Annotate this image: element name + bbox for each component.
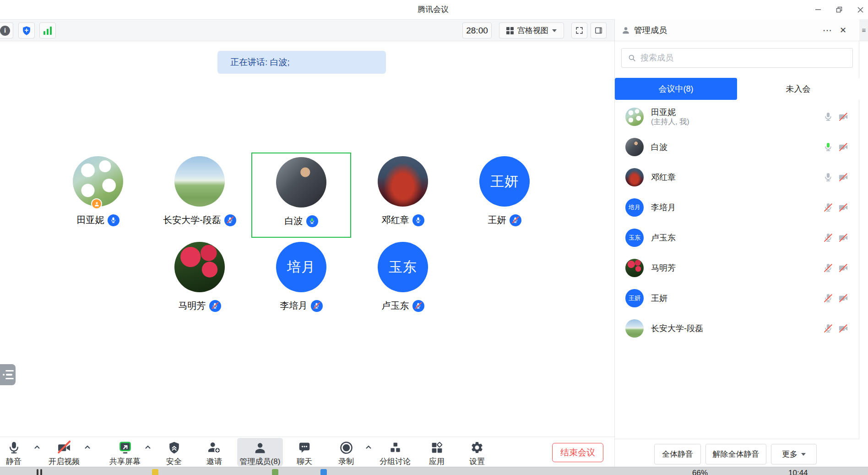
panel-title: 管理成员 bbox=[634, 25, 667, 36]
tab-not-joined[interactable]: 未入会 bbox=[737, 78, 859, 100]
camera-status-icon[interactable] bbox=[838, 202, 848, 213]
apps-icon bbox=[430, 439, 444, 456]
bottom-toolbar: 静音 开启视频 共享屏幕 安全 bbox=[0, 437, 614, 467]
restore-button[interactable] bbox=[831, 3, 847, 16]
mic-status-icon[interactable] bbox=[823, 202, 833, 213]
title-bar: 腾讯会议 bbox=[0, 0, 868, 19]
chevron-down-icon bbox=[552, 29, 557, 32]
close-panel-icon[interactable]: ✕ bbox=[840, 25, 846, 35]
close-window-button[interactable] bbox=[852, 3, 868, 16]
fullscreen-button[interactable] bbox=[571, 22, 587, 38]
member-row[interactable]: 玉东 卢玉东 bbox=[615, 223, 859, 253]
member-avatar bbox=[625, 108, 644, 126]
participant-name: 邓红章 bbox=[382, 214, 409, 226]
invite-button[interactable]: 邀请 bbox=[206, 439, 222, 467]
member-avatar bbox=[625, 168, 644, 186]
avatar bbox=[276, 157, 326, 207]
battery-percent: 66% bbox=[692, 469, 708, 475]
video-tile[interactable]: 长安大学-段磊 bbox=[150, 153, 250, 238]
member-role: (主持人, 我) bbox=[651, 117, 689, 126]
minimize-button[interactable] bbox=[810, 3, 826, 16]
speaking-banner: 正在讲话: 白波; bbox=[217, 51, 386, 74]
mic-badge-icon bbox=[209, 300, 221, 312]
member-name: 白波 bbox=[651, 142, 667, 152]
os-taskbar-sliver: 66% 10:44 bbox=[0, 467, 868, 475]
list-icon bbox=[3, 378, 16, 380]
unmute-all-button[interactable]: 解除全体静音 bbox=[705, 444, 766, 464]
manage-members-button[interactable]: 管理成员(8) bbox=[240, 439, 281, 467]
hamburger-icon: ≡ bbox=[862, 26, 866, 34]
view-mode-dropdown[interactable]: 宫格视图 bbox=[499, 22, 564, 38]
more-actions-button[interactable]: 更多 bbox=[771, 444, 817, 464]
participant-name: 白波 bbox=[285, 215, 303, 227]
participant-name: 马明芳 bbox=[179, 300, 206, 312]
camera-status-icon[interactable] bbox=[838, 263, 848, 273]
mic-status-icon[interactable] bbox=[823, 293, 833, 303]
network-signal-button[interactable] bbox=[39, 22, 56, 38]
member-row[interactable]: 马明芳 bbox=[615, 253, 859, 283]
member-row[interactable]: 培月 李培月 bbox=[615, 192, 859, 223]
settings-button[interactable]: 设置 bbox=[469, 439, 485, 467]
collapse-panel-handle[interactable]: ≡ bbox=[859, 19, 868, 41]
member-row[interactable]: 邓红章 bbox=[615, 162, 859, 192]
mic-status-icon[interactable] bbox=[823, 263, 833, 273]
signal-bars-icon bbox=[43, 27, 52, 35]
meeting-info-button[interactable]: i bbox=[0, 22, 13, 38]
security-shield-button[interactable] bbox=[18, 22, 35, 38]
mute-all-button[interactable]: 全体静音 bbox=[654, 444, 701, 464]
mic-status-icon[interactable] bbox=[823, 112, 833, 122]
end-meeting-button[interactable]: 结束会议 bbox=[552, 443, 603, 462]
hidden-panel-handle[interactable] bbox=[0, 364, 16, 385]
member-row[interactable]: 王妍 王妍 bbox=[615, 283, 859, 313]
camera-status-icon[interactable] bbox=[838, 112, 848, 122]
video-tile[interactable]: 马明芳 bbox=[150, 238, 250, 323]
video-tile[interactable]: 培月 李培月 bbox=[251, 238, 351, 323]
camera-status-icon[interactable] bbox=[838, 142, 848, 152]
share-options-caret[interactable] bbox=[145, 445, 151, 449]
camera-status-icon[interactable] bbox=[838, 233, 848, 243]
member-row[interactable]: 白波 bbox=[615, 132, 859, 162]
video-tile[interactable]: 王妍 王妍 bbox=[455, 153, 554, 238]
mic-status-icon[interactable] bbox=[823, 323, 833, 333]
list-icon bbox=[3, 374, 16, 376]
share-screen-button[interactable]: 共享屏幕 bbox=[109, 439, 141, 467]
side-panel-toggle-button[interactable] bbox=[591, 22, 607, 38]
mute-button[interactable]: 静音 bbox=[6, 439, 22, 467]
mic-icon bbox=[7, 439, 21, 456]
manage-members-panel: 管理成员 ⋯ ✕ 会议中(8) 未入会 田亚妮 (主持人, 我) bbox=[614, 19, 859, 467]
start-video-button[interactable]: 开启视频 bbox=[49, 439, 80, 467]
camera-status-icon[interactable] bbox=[838, 172, 848, 182]
mic-status-icon[interactable] bbox=[823, 172, 833, 182]
chevron-down-icon bbox=[801, 453, 806, 456]
member-row[interactable]: 长安大学-段磊 bbox=[615, 313, 859, 344]
taskbar-icon bbox=[37, 469, 38, 475]
record-button[interactable]: 录制 bbox=[338, 439, 354, 467]
invite-person-icon bbox=[207, 439, 222, 456]
video-tile[interactable]: 玉东 卢玉东 bbox=[353, 238, 453, 323]
apps-button[interactable]: 应用 bbox=[429, 439, 445, 467]
security-button[interactable]: 安全 bbox=[166, 439, 182, 467]
video-tile-active-speaker[interactable]: 白波 bbox=[251, 153, 351, 238]
more-options-icon[interactable]: ⋯ bbox=[823, 25, 832, 36]
tab-in-meeting[interactable]: 会议中(8) bbox=[615, 78, 737, 100]
camera-status-icon[interactable] bbox=[838, 323, 848, 333]
breakout-rooms-button[interactable]: 分组讨论 bbox=[380, 439, 411, 467]
share-screen-icon bbox=[118, 439, 133, 456]
security-shield-icon bbox=[168, 439, 181, 456]
video-tile[interactable]: 田亚妮 bbox=[48, 153, 148, 238]
member-list: 田亚妮 (主持人, 我) 白波 邓红章 培月 bbox=[615, 102, 859, 344]
video-options-caret[interactable] bbox=[84, 445, 91, 449]
member-avatar: 培月 bbox=[625, 198, 644, 217]
record-options-caret[interactable] bbox=[365, 445, 372, 449]
mic-status-icon[interactable] bbox=[823, 142, 833, 152]
mic-options-caret[interactable] bbox=[34, 445, 40, 449]
member-row[interactable]: 田亚妮 (主持人, 我) bbox=[615, 102, 859, 132]
person-icon bbox=[621, 26, 630, 35]
mic-status-icon[interactable] bbox=[823, 233, 833, 243]
chat-button[interactable]: 聊天 bbox=[297, 439, 312, 467]
camera-status-icon[interactable] bbox=[838, 293, 848, 303]
search-input[interactable] bbox=[640, 53, 833, 63]
mic-badge-icon bbox=[224, 214, 236, 226]
member-search-box[interactable] bbox=[621, 48, 853, 68]
video-tile[interactable]: 邓红章 bbox=[353, 153, 453, 238]
